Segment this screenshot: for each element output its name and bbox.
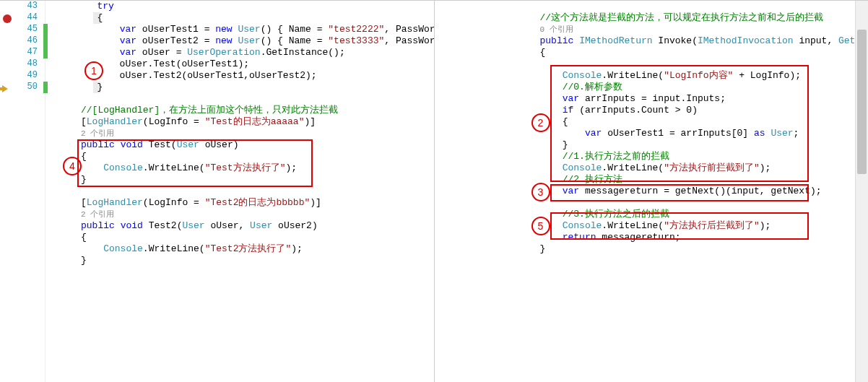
vertical-scrollbar[interactable]: [855, 1, 868, 382]
line-number: 49: [0, 70, 40, 80]
line-number: 43: [0, 1, 40, 11]
line-number: 47: [0, 47, 40, 57]
left-editor-pane[interactable]: 4344454647484950 try { var oUserTest1 = …: [0, 1, 435, 382]
line-number: 46: [0, 35, 40, 45]
annotation-4: 4: [63, 157, 82, 175]
scrollbar-thumb[interactable]: [857, 30, 867, 174]
line-number: 44: [0, 12, 40, 22]
editor-split: 4344454647484950 try { var oUserTest1 = …: [0, 0, 868, 382]
change-marker: [43, 24, 48, 58]
line-number: 48: [0, 58, 40, 69]
line-number: 45: [0, 24, 40, 34]
line-number: 50: [0, 82, 40, 92]
change-marker: [43, 82, 48, 93]
right-editor-pane[interactable]: //这个方法就是拦截的方法，可以规定在执行方法之前和之后的拦截0 个引用publ…: [435, 1, 869, 382]
